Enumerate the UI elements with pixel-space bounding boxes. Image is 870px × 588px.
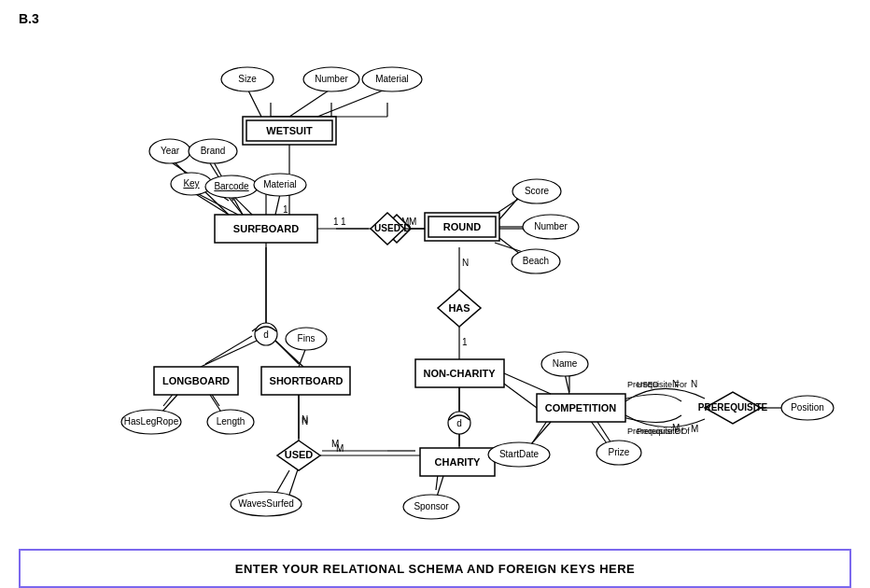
svg-line-49 bbox=[247, 89, 261, 117]
wetsuit-entity: WETSUIT bbox=[266, 125, 313, 136]
has-relation: HAS bbox=[448, 302, 470, 314]
prereq-of-label: Prerequisite Of bbox=[637, 427, 690, 436]
er-diagram: 1 1 M N 1 bbox=[0, 0, 870, 541]
used1-relation-label: USED bbox=[374, 223, 400, 233]
charity-entity: CHARITY bbox=[435, 456, 482, 468]
footer-text: ENTER YOUR RELATIONAL SCHEMA AND FOREIGN… bbox=[235, 562, 636, 576]
d-surfboard-discriminator: d bbox=[263, 329, 269, 340]
longboard-entity: LONGBOARD bbox=[162, 375, 230, 386]
attr-name: Name bbox=[553, 358, 578, 369]
attr-length: Length bbox=[217, 416, 246, 427]
shortboard-entity: SHORTBOARD bbox=[270, 375, 344, 386]
svg-text:1: 1 bbox=[462, 337, 468, 347]
noncharity-entity: NON-CHARITY bbox=[424, 368, 497, 379]
round-entity: ROUND bbox=[443, 221, 481, 232]
attr-wavesSurfed: WavesSurfed bbox=[238, 498, 294, 509]
svg-line-103 bbox=[504, 373, 551, 394]
prerequisite-relation: PREREQUISITE bbox=[698, 402, 768, 413]
attr-hasLegRope: HasLegRope bbox=[124, 416, 179, 427]
d-charity-discriminator: d bbox=[456, 418, 462, 428]
attr-number-wetsuit: Number bbox=[315, 74, 348, 84]
svg-line-100 bbox=[437, 476, 443, 497]
svg-line-69 bbox=[499, 196, 520, 219]
surfboard-entity: SURFBOARD bbox=[233, 223, 299, 234]
svg-text:1: 1 bbox=[283, 204, 288, 215]
attr-key: Key bbox=[183, 178, 199, 189]
svg-line-73 bbox=[499, 238, 520, 254]
prereq-for-n: N bbox=[691, 379, 697, 389]
svg-text:1: 1 bbox=[341, 217, 346, 227]
svg-line-64 bbox=[275, 194, 280, 215]
attr-fins: Fins bbox=[298, 333, 316, 343]
attr-material-wetsuit: Material bbox=[375, 74, 409, 84]
competition-entity: COMPETITION bbox=[545, 402, 616, 413]
svg-text:N: N bbox=[462, 258, 469, 268]
svg-text:M: M bbox=[409, 217, 416, 227]
svg-text:N: N bbox=[302, 416, 308, 427]
used2-relation: USED bbox=[285, 449, 314, 460]
attr-position: Position bbox=[791, 402, 824, 413]
attr-barcode: Barcode bbox=[214, 181, 249, 191]
svg-line-90 bbox=[275, 470, 289, 495]
prereq-for-label: USED bbox=[637, 380, 659, 389]
attr-score: Score bbox=[525, 186, 550, 196]
attr-brand: Brand bbox=[201, 146, 226, 156]
svg-line-51 bbox=[317, 89, 387, 117]
footer-box: ENTER YOUR RELATIONAL SCHEMA AND FOREIGN… bbox=[19, 549, 851, 588]
svg-line-50 bbox=[289, 89, 331, 117]
attr-material-surfboard: Material bbox=[263, 179, 297, 189]
attr-size: Size bbox=[238, 74, 257, 84]
svg-text:M: M bbox=[336, 443, 344, 454]
attr-prize: Prize bbox=[609, 447, 630, 457]
svg-line-79 bbox=[201, 341, 257, 367]
prereq-of-m: M bbox=[691, 424, 698, 434]
attr-sponsor: Sponsor bbox=[414, 501, 449, 511]
attr-year: Year bbox=[161, 146, 180, 156]
svg-text:1: 1 bbox=[333, 217, 339, 227]
attr-startDate: StartDate bbox=[499, 449, 540, 459]
svg-line-106 bbox=[530, 422, 551, 445]
attr-number-round: Number bbox=[534, 221, 568, 231]
svg-line-8 bbox=[495, 243, 523, 252]
svg-line-14 bbox=[205, 336, 252, 364]
svg-text:N: N bbox=[672, 379, 679, 389]
attr-beach: Beach bbox=[523, 256, 549, 266]
svg-line-22 bbox=[289, 467, 299, 495]
